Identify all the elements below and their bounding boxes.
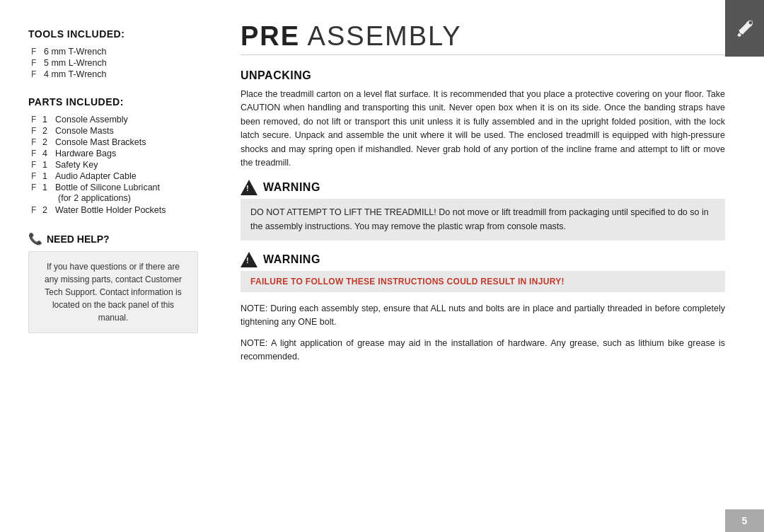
- list-item: F2Console Masts: [31, 126, 198, 136]
- warning2-header: WARNING: [241, 252, 725, 267]
- parts-list: F1Console Assembly F2Console Masts F2Con…: [28, 115, 198, 215]
- page-number: 5: [725, 509, 764, 532]
- tool-text: 4 mm T-Wrench: [44, 69, 106, 79]
- warning1-box: DO NOT ATTEMPT TO LIFT THE TREADMILL! Do…: [241, 199, 725, 241]
- parts-title: PARTS INCLUDED:: [28, 96, 198, 108]
- list-item: F4 mm T-Wrench: [31, 69, 198, 79]
- list-item: F6 mm T-Wrench: [31, 47, 198, 57]
- warning2-title: WARNING: [263, 253, 320, 266]
- list-item: F1Console Assembly: [31, 115, 198, 125]
- warning-triangle-icon-2: [241, 252, 257, 267]
- list-marker: F: [31, 69, 38, 79]
- page-title: PRE ASSEMBLY: [241, 21, 725, 52]
- note2-text: NOTE: A light application of grease may …: [241, 337, 725, 364]
- list-item: F5 mm L-Wrench: [31, 58, 198, 68]
- need-help-section: 📞 NEED HELP? If you have questions or if…: [28, 232, 198, 333]
- need-help-label: NEED HELP?: [47, 233, 110, 245]
- wrench-icon-corner: [725, 0, 764, 57]
- warning2-text: FAILURE TO FOLLOW THESE INSTRUCTIONS COU…: [250, 277, 565, 287]
- list-item: F4Hardware Bags: [31, 149, 198, 158]
- list-item: F1Safety Key: [31, 160, 198, 170]
- list-item: (for 2 applications): [31, 194, 198, 204]
- list-item: F1Bottle of Silicone Lubricant: [31, 183, 198, 192]
- tool-text: 5 mm L-Wrench: [44, 58, 107, 68]
- warning1-title: WARNING: [263, 181, 320, 194]
- tools-list: F6 mm T-Wrench F5 mm L-Wrench F4 mm T-Wr…: [28, 47, 198, 79]
- warning-triangle-icon: [241, 180, 257, 195]
- need-help-box: If you have questions or if there are an…: [28, 251, 198, 333]
- warning2-box: FAILURE TO FOLLOW THESE INSTRUCTIONS COU…: [241, 271, 725, 292]
- left-column: TOOLS INCLUDED: F6 mm T-Wrench F5 mm L-W…: [0, 0, 219, 532]
- list-item: F1Audio Adapter Cable: [31, 171, 198, 181]
- list-item: F2Console Mast Brackets: [31, 137, 198, 147]
- page-title-prefix: PRE: [241, 21, 300, 51]
- page-title-suffix: ASSEMBLY: [308, 21, 462, 51]
- page-container: TOOLS INCLUDED: F6 mm T-Wrench F5 mm L-W…: [0, 0, 764, 532]
- list-marker: F: [31, 47, 38, 57]
- warning1-text: DO NOT ATTEMPT TO LIFT THE TREADMILL! Do…: [250, 207, 709, 231]
- phone-icon: 📞: [28, 232, 42, 245]
- wrench-icon: [734, 17, 756, 40]
- note1-text: NOTE: During each assembly step, ensure …: [241, 302, 725, 330]
- list-marker: F: [31, 58, 38, 68]
- warning1-header: WARNING: [241, 180, 725, 195]
- unpacking-heading: UNPACKING: [241, 69, 725, 82]
- tool-text: 6 mm T-Wrench: [44, 47, 106, 57]
- need-help-text: If you have questions or if there are an…: [45, 262, 182, 323]
- right-column: PRE ASSEMBLY UNPACKING Place the treadmi…: [219, 0, 764, 532]
- title-divider: [241, 54, 725, 55]
- tools-title: TOOLS INCLUDED:: [28, 28, 198, 40]
- need-help-title: 📞 NEED HELP?: [28, 232, 198, 245]
- list-item: F2Water Bottle Holder Pockets: [31, 205, 198, 215]
- unpacking-text: Place the treadmill carton on a level fl…: [241, 88, 725, 170]
